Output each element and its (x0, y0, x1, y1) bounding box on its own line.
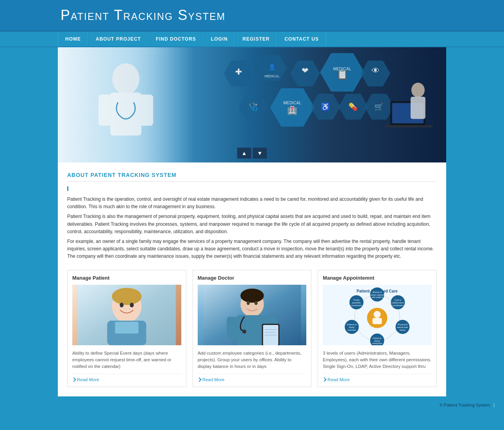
svg-text:Patient &: Patient & (373, 337, 382, 339)
svg-point-53 (254, 301, 257, 305)
about-line-decoration (67, 186, 68, 191)
svg-text:♿: ♿ (321, 102, 330, 111)
manage-doctor-title: Manage Doctor (198, 275, 307, 281)
svg-point-38 (130, 303, 134, 307)
carousel-prev-button[interactable]: ▲ (237, 148, 251, 159)
svg-point-36 (112, 288, 141, 305)
nav-item-home[interactable]: HOME (58, 32, 88, 46)
cards-row: Manage Patient (67, 270, 437, 387)
svg-rect-43 (227, 317, 238, 338)
svg-text:being: being (400, 329, 405, 331)
svg-text:mental well-: mental well- (397, 326, 409, 328)
svg-rect-39 (115, 322, 138, 334)
site-header: Patient Tracking System (0, 0, 504, 32)
site-title: Patient Tracking System (61, 7, 504, 23)
manage-patient-card: Manage Patient (67, 270, 186, 387)
svg-text:with patient: with patient (372, 296, 383, 298)
manage-appointment-readmore[interactable]: Read More (323, 374, 432, 382)
manage-doctor-image (198, 285, 307, 345)
footer-copyright: © Patient Tracking System (440, 403, 490, 407)
svg-text:equitable,: equitable, (352, 302, 361, 304)
svg-text:👁: 👁 (371, 66, 379, 75)
manage-doctor-readmore[interactable]: Read More (198, 374, 307, 382)
about-paragraph-3: For example, an owner of a single family… (67, 238, 437, 260)
readmore-chevron-2-icon (197, 378, 201, 382)
svg-text:coordinated: coordinated (392, 304, 404, 307)
svg-text:included: included (348, 329, 356, 331)
svg-point-0 (112, 63, 139, 95)
svg-point-30 (411, 83, 425, 98)
nav-item-about-project[interactable]: ABOUT PROJECT (88, 32, 148, 46)
manage-patient-readmore[interactable]: Read More (72, 374, 181, 382)
manage-patient-image (72, 285, 181, 345)
about-section: ABOUT PATIENT TRACKING SYSTEM Patient Tr… (67, 172, 437, 260)
manage-patient-desc: Ability to define Special Event days (da… (72, 350, 181, 370)
carousel-next-button[interactable]: ▼ (253, 148, 267, 159)
site-footer: © Patient Tracking System | (0, 396, 504, 413)
svg-text:Timely,: Timely, (353, 299, 360, 301)
svg-text:family: family (349, 326, 355, 328)
svg-text:collaborative,: collaborative, (391, 302, 404, 304)
svg-text:🩺: 🩺 (249, 102, 258, 111)
manage-patient-title: Manage Patient (72, 275, 181, 281)
svg-rect-58 (373, 318, 382, 324)
manage-appointment-image: Patient-Centered Care Mission & (323, 285, 432, 345)
svg-point-57 (374, 311, 381, 318)
carousel-controls: ▲ ▼ (237, 148, 267, 159)
svg-text:Care is: Care is (395, 299, 402, 301)
svg-text:MEDICAL: MEDICAL (283, 101, 301, 105)
svg-text:Patients &: Patients & (347, 323, 357, 326)
svg-point-51 (240, 289, 264, 303)
footer-separator: | (493, 403, 495, 407)
manage-appointment-title: Manage Appointemnt (323, 275, 432, 281)
svg-text:👤: 👤 (268, 63, 275, 71)
main-nav: HOMEABOUT PROJECTFIND DOCTORSLOGINREGIST… (0, 32, 504, 47)
svg-point-37 (120, 303, 123, 307)
hero-section: ✚ 👤 MEDICAL ❤ MEDICAL 📋 (58, 47, 446, 162)
manage-doctor-card: Manage Doctor (193, 270, 312, 387)
about-paragraph-1: Patient Tracking is the operation, contr… (67, 196, 437, 211)
svg-text:💊: 💊 (349, 102, 358, 111)
about-title: ABOUT PATIENT TRACKING SYSTEM (67, 172, 437, 182)
svg-rect-31 (411, 97, 425, 119)
svg-text:coordinated: coordinated (351, 304, 362, 307)
manage-doctor-desc: Add custom employee categories (i.e., de… (198, 350, 307, 370)
about-paragraph-2: Patient Tracking is also the management … (67, 213, 437, 236)
nav-item-contact-us[interactable]: CONTACT US (277, 32, 326, 46)
svg-text:viewpoints: viewpoints (372, 342, 382, 344)
nav-item-login[interactable]: LOGIN (204, 32, 235, 46)
svg-text:🛒: 🛒 (374, 102, 384, 111)
readmore-chevron-3-icon (322, 378, 327, 382)
svg-text:🏥: 🏥 (287, 105, 297, 116)
svg-point-52 (247, 301, 250, 305)
svg-text:✚: ✚ (235, 67, 242, 76)
svg-rect-2 (98, 95, 112, 126)
manage-appointment-card: Manage Appointemnt Patient-Centered Care (318, 270, 437, 387)
svg-rect-29 (385, 125, 433, 128)
manage-appointment-desc: 3 levels of users (Administrators, Manag… (323, 350, 432, 370)
svg-rect-1 (110, 93, 141, 136)
svg-text:MEDICAL: MEDICAL (265, 74, 279, 78)
readmore-chevron-icon (71, 378, 76, 382)
svg-text:Physical &: Physical & (398, 323, 408, 326)
svg-text:Mission &: Mission & (373, 291, 382, 293)
content-bottom-bar (58, 390, 446, 396)
svg-text:❤: ❤ (302, 66, 309, 75)
svg-rect-3 (139, 95, 153, 126)
svg-point-50 (242, 330, 246, 334)
svg-text:📋: 📋 (337, 69, 348, 80)
nav-item-find-doctors[interactable]: FIND DOCTORS (148, 32, 204, 46)
nav-item-register[interactable]: REGISTER (235, 32, 277, 46)
main-content: ABOUT PATIENT TRACKING SYSTEM Patient Tr… (58, 162, 446, 390)
